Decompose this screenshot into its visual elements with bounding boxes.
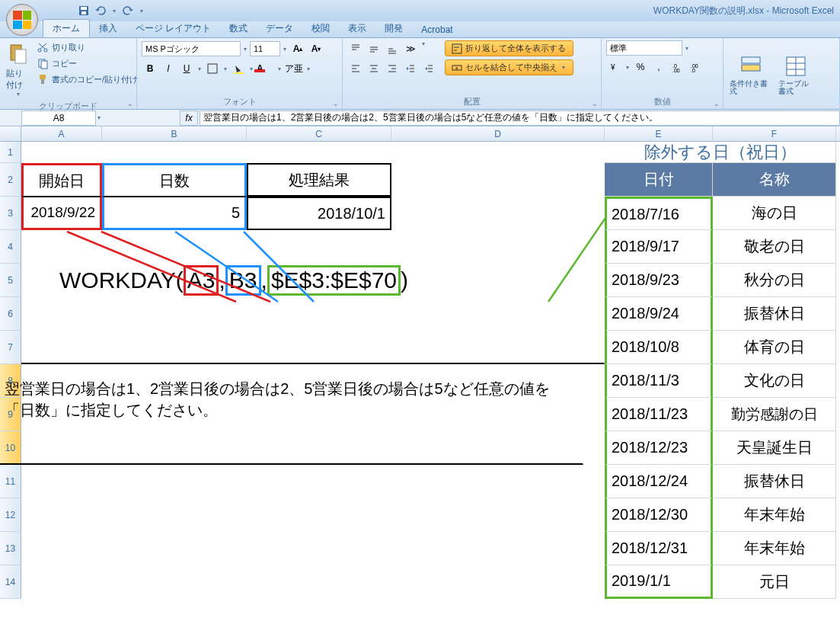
row-header[interactable]: 2: [0, 163, 21, 197]
cell[interactable]: [21, 465, 102, 498]
format-painter-button[interactable]: 書式のコピー/貼り付け: [35, 72, 139, 86]
cell[interactable]: [247, 230, 391, 264]
cell-holiday-name[interactable]: 勤労感謝の日: [713, 398, 836, 431]
tab-data[interactable]: データ: [257, 20, 302, 37]
cut-button[interactable]: 切り取り: [35, 40, 139, 54]
increase-font-button[interactable]: A▴: [289, 40, 306, 57]
cell-holiday-date[interactable]: 2018/12/24: [605, 465, 713, 498]
cell-holiday-date[interactable]: 2018/12/30: [605, 498, 713, 532]
cell[interactable]: [391, 532, 605, 565]
cell[interactable]: [247, 532, 391, 565]
col-header-f[interactable]: F: [713, 126, 836, 141]
align-bottom-button[interactable]: [384, 40, 401, 57]
cell-holiday-name[interactable]: 年末年始: [713, 498, 836, 532]
fill-color-button[interactable]: [230, 60, 247, 77]
underline-button[interactable]: U: [178, 60, 195, 77]
wrap-text-button[interactable]: 折り返して全体を表示する: [445, 40, 573, 56]
orientation-button[interactable]: ≫: [402, 40, 419, 57]
cell-holiday-name[interactable]: 振替休日: [713, 297, 836, 331]
italic-button[interactable]: I: [160, 60, 177, 77]
decrease-indent-button[interactable]: [402, 60, 419, 77]
col-header-d[interactable]: D: [391, 126, 605, 141]
merge-center-button[interactable]: aセルを結合して中央揃え▾: [445, 59, 573, 75]
number-format-select[interactable]: [606, 40, 682, 56]
office-button[interactable]: [6, 4, 38, 36]
cell-holiday-date[interactable]: 2018/9/17: [605, 230, 713, 264]
tab-insert[interactable]: 挿入: [90, 20, 126, 37]
cell[interactable]: [391, 230, 605, 264]
cell[interactable]: [21, 142, 102, 163]
tab-page-layout[interactable]: ページ レイアウト: [126, 20, 220, 37]
tab-review[interactable]: 校閲: [302, 20, 339, 37]
cell[interactable]: [247, 142, 391, 163]
increase-indent-button[interactable]: [420, 60, 437, 77]
col-header-a[interactable]: A: [21, 126, 102, 141]
cell-holiday-name[interactable]: 体育の日: [713, 331, 836, 364]
cell-note[interactable]: 翌営業日の場合は1、2営業日後の場合は2、5営業日後の場合は5など任意の値を「日…: [0, 364, 583, 465]
tab-developer[interactable]: 開発: [375, 20, 412, 37]
cell-holiday-name[interactable]: 敬老の日: [713, 230, 836, 264]
cell-holiday-date[interactable]: 2018/9/24: [605, 297, 713, 331]
row-header[interactable]: 3: [0, 197, 21, 230]
row-header[interactable]: 11: [0, 465, 21, 498]
save-icon[interactable]: [78, 5, 90, 17]
cell-excl-date-hdr[interactable]: 日付: [605, 163, 713, 197]
row-header[interactable]: 4: [0, 230, 21, 264]
cell[interactable]: [391, 163, 605, 197]
font-size-select[interactable]: [250, 41, 280, 56]
cell[interactable]: [391, 498, 605, 532]
paste-button[interactable]: 貼り付け ▾: [5, 40, 32, 99]
cell[interactable]: [21, 331, 605, 364]
align-center-button[interactable]: [366, 60, 382, 77]
cell[interactable]: [391, 197, 605, 230]
align-top-button[interactable]: [347, 40, 364, 57]
cell-exclude-title[interactable]: 除外する日（祝日）: [605, 142, 836, 163]
chevron-down-icon[interactable]: ▾: [242, 46, 248, 53]
cell-holiday-date[interactable]: 2018/12/31: [605, 532, 713, 565]
select-all-corner[interactable]: [0, 126, 21, 141]
percent-button[interactable]: %: [632, 59, 649, 75]
cell-excl-name-hdr[interactable]: 名称: [713, 163, 836, 197]
row-header[interactable]: 12: [0, 498, 21, 532]
cell-days[interactable]: 5: [102, 197, 247, 230]
conditional-format-button[interactable]: 条件付き書式: [728, 40, 774, 109]
cell-holiday-name[interactable]: 海の日: [713, 197, 836, 230]
align-left-button[interactable]: [347, 60, 364, 77]
cell-holiday-date[interactable]: 2018/10/8: [605, 331, 713, 364]
cell[interactable]: [391, 465, 605, 498]
cell-holiday-name[interactable]: 年末年始: [713, 532, 836, 565]
bold-button[interactable]: B: [142, 60, 158, 77]
decrease-decimal-button[interactable]: .00.0: [687, 59, 704, 75]
undo-dropdown-icon[interactable]: ▾: [111, 8, 117, 14]
tab-view[interactable]: 表示: [339, 20, 375, 37]
cell-holiday-date[interactable]: 2018/7/16: [605, 197, 713, 230]
cell[interactable]: [102, 465, 247, 498]
cell-holiday-date[interactable]: 2018/9/23: [605, 264, 713, 297]
chevron-down-icon[interactable]: ▾: [282, 46, 288, 53]
row-header[interactable]: 6: [0, 297, 21, 331]
cell-holiday-date[interactable]: 2018/12/23: [605, 431, 713, 465]
align-right-button[interactable]: [384, 60, 401, 77]
cell-holiday-name[interactable]: 天皇誕生日: [713, 431, 836, 465]
cell-result[interactable]: 2018/10/1: [247, 197, 391, 230]
cell[interactable]: [247, 498, 391, 532]
cell[interactable]: [102, 230, 247, 264]
fx-button[interactable]: fx: [180, 110, 198, 126]
col-header-c[interactable]: C: [247, 126, 391, 141]
cell[interactable]: [391, 565, 605, 599]
qat-customize-icon[interactable]: ▾: [139, 8, 145, 14]
formula-bar[interactable]: 翌営業日の場合は1、2営業日後の場合は2、5営業日後の場合は5など任意の値を「日…: [200, 110, 840, 126]
currency-button[interactable]: ¥: [606, 59, 623, 75]
decrease-font-button[interactable]: A▾: [308, 40, 324, 57]
cell[interactable]: [102, 565, 247, 599]
cell-header-days[interactable]: 日数: [102, 163, 247, 197]
phonetic-button[interactable]: ア亜: [284, 60, 304, 77]
cell[interactable]: [102, 142, 247, 163]
increase-decimal-button[interactable]: .0.00: [669, 59, 685, 75]
row-header[interactable]: 7: [0, 331, 21, 364]
cell-formula-display[interactable]: WORKDAY(A3,B3,$E$3:$E$70): [21, 264, 605, 297]
tab-acrobat[interactable]: Acrobat: [412, 22, 462, 37]
cell-holiday-date[interactable]: 2019/1/1: [605, 565, 713, 599]
font-family-select[interactable]: [142, 41, 241, 56]
cell-holiday-name[interactable]: 秋分の日: [713, 264, 836, 297]
